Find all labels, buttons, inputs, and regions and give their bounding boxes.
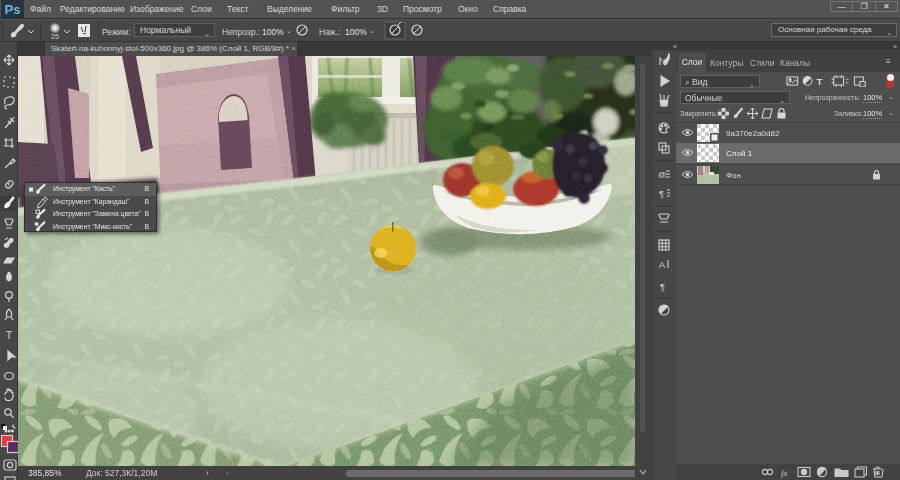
svg-text:A: A <box>659 260 665 270</box>
svg-text:fx: fx <box>781 468 788 478</box>
svg-text:@: @ <box>658 170 666 179</box>
svg-text:¶: ¶ <box>660 282 665 292</box>
svg-text:T: T <box>817 76 823 87</box>
svg-text:T: T <box>6 329 13 341</box>
svg-text:¶: ¶ <box>659 189 664 199</box>
svg-text:25: 25 <box>51 33 59 40</box>
